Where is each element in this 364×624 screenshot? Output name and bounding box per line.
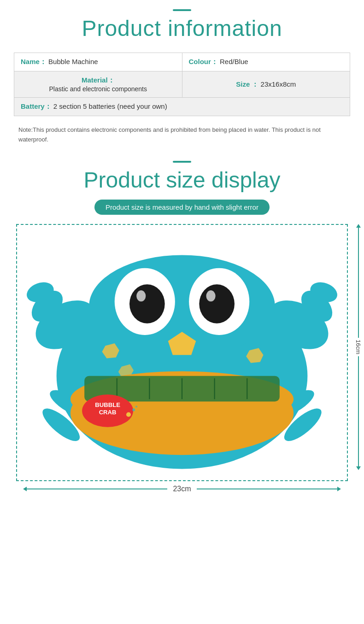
battery-label: Battery： [21, 102, 52, 110]
colour-cell: Colour： Red/Blue [182, 53, 350, 71]
horizontal-dim: 23cm [16, 485, 348, 493]
info-table: Name： Bubble Machine Colour： Red/Blue Ma… [14, 53, 350, 116]
name-value: Bubble Machine [48, 58, 98, 65]
h-line-left [27, 489, 167, 489]
svg-point-38 [135, 406, 137, 407]
size-label: Size ： [236, 80, 258, 88]
page-container: Product information Name： Bubble Machine… [0, 0, 364, 502]
top-divider [14, 9, 350, 11]
vertical-dim: 16cm [355, 224, 362, 471]
v-line [358, 228, 359, 338]
divider-line [173, 9, 191, 11]
h-arrow-right [337, 487, 341, 491]
svg-point-36 [126, 412, 131, 417]
battery-cell: Battery： 2 section 5 batteries (need you… [14, 98, 350, 116]
size-value: 23x16x8cm [261, 80, 296, 88]
h-arrow-left [23, 487, 27, 491]
product-info-section: Product information Name： Bubble Machine… [0, 0, 364, 156]
v-label: 16cm [355, 338, 362, 356]
material-label: Material： [82, 76, 115, 84]
note-section: Note:This product contains electronic co… [14, 123, 350, 147]
svg-point-37 [132, 408, 135, 411]
badge-wrapper: Product size is measured by hand with sl… [14, 200, 350, 215]
note-text: Note:This product contains electronic co… [18, 125, 346, 145]
svg-point-17 [129, 284, 165, 324]
size-divider-line [173, 161, 191, 163]
table-row-material-size: Material： Plastic and electronic compone… [14, 71, 350, 98]
outer-dim-wrapper: 16cm [16, 224, 348, 494]
battery-value: 2 section 5 batteries (need your own) [53, 102, 167, 110]
svg-text:CRAB: CRAB [99, 409, 117, 416]
table-row-battery: Battery： 2 section 5 batteries (need you… [14, 98, 350, 116]
dashed-box: BUBBLE CRAB [16, 224, 348, 482]
v-arrow-top [356, 224, 361, 228]
size-cell: Size ： 23x16x8cm [182, 71, 350, 98]
table-row-name-colour: Name： Bubble Machine Colour： Red/Blue [14, 53, 350, 71]
h-label: 23cm [167, 485, 196, 493]
svg-point-20 [206, 290, 215, 301]
svg-text:BUBBLE: BUBBLE [95, 401, 120, 408]
v-line-2 [358, 356, 359, 466]
material-cell: Material： Plastic and electronic compone… [14, 71, 182, 98]
svg-point-18 [199, 284, 235, 324]
name-cell: Name： Bubble Machine [14, 53, 182, 71]
name-label: Name： [21, 58, 47, 65]
product-info-title: Product information [14, 16, 350, 41]
colour-label: Colour： [189, 58, 218, 65]
size-display-section: Product size display Product size is mea… [0, 156, 364, 503]
colour-value: Red/Blue [220, 58, 248, 65]
svg-point-19 [136, 290, 146, 301]
size-badge: Product size is measured by hand with sl… [94, 200, 270, 215]
size-divider [14, 161, 350, 163]
crab-svg: BUBBLE CRAB [24, 232, 340, 474]
h-line-right [197, 489, 337, 489]
material-value: Plastic and electronic components [49, 85, 147, 93]
size-display-title: Product size display [14, 167, 350, 193]
v-arrow-bottom [356, 466, 361, 470]
